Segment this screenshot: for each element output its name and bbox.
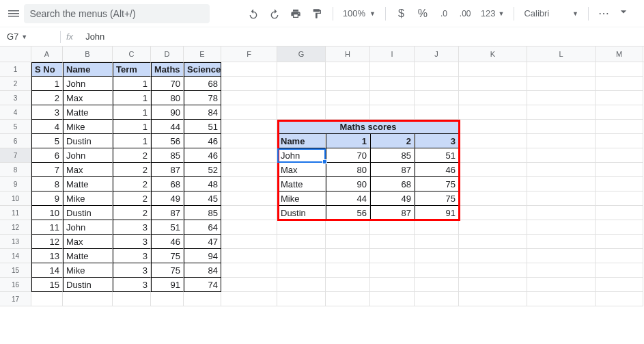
cell[interactable] (459, 292, 527, 306)
cell[interactable] (326, 278, 370, 292)
row-header-11[interactable]: 11 (0, 206, 31, 220)
col-header-G[interactable]: G (277, 47, 326, 62)
cell[interactable]: 84 (184, 263, 221, 278)
cell[interactable] (277, 292, 326, 306)
cell[interactable]: John (63, 148, 113, 163)
cell[interactable]: Matte (277, 177, 326, 191)
cell[interactable] (527, 148, 596, 163)
cell[interactable] (459, 91, 527, 105)
row-header-2[interactable]: 2 (0, 77, 31, 91)
cell[interactable] (415, 249, 459, 263)
cell[interactable]: Matte (63, 105, 113, 120)
cell[interactable] (221, 77, 277, 91)
col-header-I[interactable]: I (370, 47, 415, 62)
cell[interactable] (459, 77, 527, 91)
row-header-4[interactable]: 4 (0, 105, 31, 120)
cell[interactable]: 90 (326, 177, 370, 191)
cell[interactable] (151, 292, 184, 306)
cell[interactable]: 2 (113, 206, 151, 220)
cell[interactable] (113, 292, 151, 306)
cell[interactable]: Mike (63, 263, 113, 278)
cell[interactable]: 3 (113, 278, 151, 292)
cell[interactable] (221, 249, 277, 263)
cell[interactable] (459, 191, 527, 206)
cell[interactable] (527, 278, 596, 292)
cell[interactable]: Name (277, 134, 326, 148)
cell[interactable] (277, 249, 326, 263)
cell[interactable]: Dustin (63, 278, 113, 292)
cell[interactable]: 68 (184, 77, 221, 91)
cell[interactable]: 13 (31, 249, 63, 263)
cell[interactable] (184, 292, 221, 306)
cell[interactable]: 52 (184, 163, 221, 177)
row-header-6[interactable]: 6 (0, 134, 31, 148)
cell[interactable]: 1 (31, 77, 63, 91)
col-header-B[interactable]: B (63, 47, 113, 62)
cell[interactable] (596, 148, 643, 163)
cell[interactable] (596, 263, 643, 278)
row-header-14[interactable]: 14 (0, 249, 31, 263)
cell[interactable] (459, 120, 527, 134)
cell[interactable] (596, 163, 643, 177)
cell[interactable] (221, 105, 277, 120)
cell[interactable] (527, 62, 596, 77)
cell[interactable]: Max (277, 163, 326, 177)
cell[interactable]: 45 (184, 191, 221, 206)
row-header-10[interactable]: 10 (0, 191, 31, 206)
cell[interactable] (459, 278, 527, 292)
cell[interactable]: Mike (63, 191, 113, 206)
cell[interactable] (326, 292, 370, 306)
cell[interactable] (596, 91, 643, 105)
print-button[interactable] (287, 5, 304, 23)
cell[interactable]: Mike (277, 191, 326, 206)
cell[interactable]: 51 (184, 120, 221, 134)
cell[interactable] (326, 77, 370, 91)
cell[interactable] (596, 177, 643, 191)
cell[interactable]: 70 (151, 77, 184, 91)
row-header-5[interactable]: 5 (0, 120, 31, 134)
cell[interactable] (277, 77, 326, 91)
cell[interactable] (415, 105, 459, 120)
cell[interactable] (527, 249, 596, 263)
cell[interactable] (370, 220, 415, 235)
cell[interactable]: Max (63, 235, 113, 249)
cell[interactable]: 48 (184, 177, 221, 191)
col-header-M[interactable]: M (596, 47, 643, 62)
cell[interactable] (221, 220, 277, 235)
cell[interactable] (596, 220, 643, 235)
col-header-D[interactable]: D (151, 47, 184, 62)
cell[interactable] (221, 235, 277, 249)
cell[interactable] (596, 120, 643, 134)
cell[interactable] (415, 77, 459, 91)
cell[interactable] (370, 278, 415, 292)
cell[interactable]: 51 (415, 148, 459, 163)
row-header-17[interactable]: 17 (0, 292, 31, 306)
cell[interactable] (459, 148, 527, 163)
cell[interactable] (596, 278, 643, 292)
cell[interactable]: Matte (63, 177, 113, 191)
cell[interactable] (415, 91, 459, 105)
cell[interactable]: 1 (113, 91, 151, 105)
more-tools-button[interactable]: ⋯ (596, 5, 613, 23)
cell[interactable]: 11 (31, 220, 63, 235)
cell[interactable]: 87 (151, 163, 184, 177)
cell[interactable] (527, 206, 596, 220)
cell[interactable] (596, 249, 643, 263)
row-header-13[interactable]: 13 (0, 235, 31, 249)
cell[interactable] (221, 120, 277, 134)
cell[interactable] (277, 91, 326, 105)
cell[interactable]: 9 (31, 191, 63, 206)
cell[interactable]: Matte (63, 249, 113, 263)
cell[interactable]: 94 (184, 249, 221, 263)
cell[interactable] (370, 105, 415, 120)
row-header-9[interactable]: 9 (0, 177, 31, 191)
cell[interactable]: 3 (31, 105, 63, 120)
format-currency-button[interactable]: $ (393, 5, 410, 23)
cell[interactable]: 1 (113, 105, 151, 120)
cell[interactable] (370, 77, 415, 91)
cell[interactable]: 5 (31, 134, 63, 148)
cell[interactable] (527, 91, 596, 105)
cell[interactable] (596, 77, 643, 91)
cell[interactable]: 7 (31, 163, 63, 177)
cell[interactable]: 49 (151, 191, 184, 206)
